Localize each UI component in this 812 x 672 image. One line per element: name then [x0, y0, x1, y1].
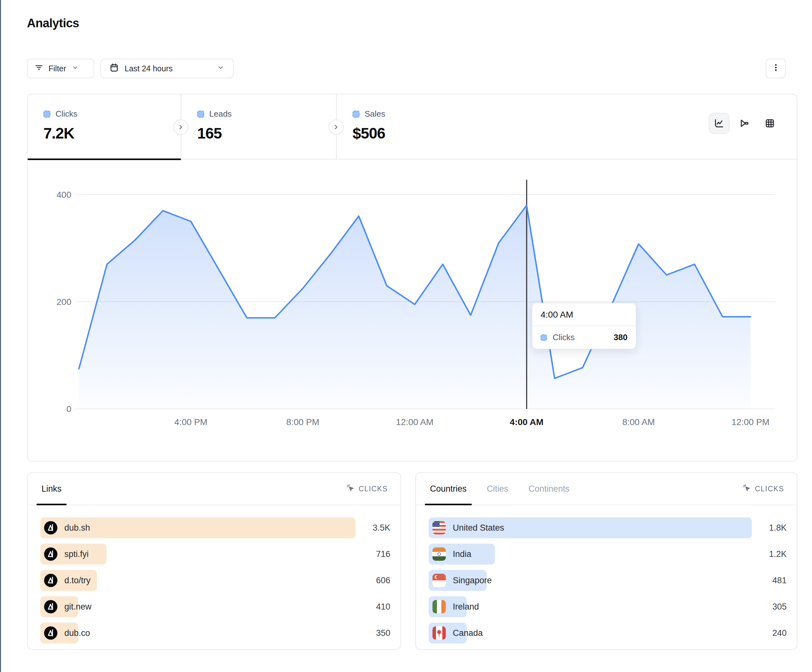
item-clicks-value: 410 [355, 602, 390, 612]
x-axis-tick: 4:00 AM [510, 417, 543, 427]
filter-button-label: Filter [48, 64, 66, 73]
country-row[interactable]: Canada 240 [429, 623, 786, 643]
chart-tooltip: 4:00 AM Clicks 380 [532, 303, 636, 349]
cursor-click-icon [742, 483, 751, 494]
cursor-click-icon [346, 483, 355, 494]
item-name: dub.sh [64, 523, 90, 533]
y-axis-tick: 0 [66, 404, 71, 414]
link-row[interactable]: spti.fyi 716 [40, 544, 390, 565]
page-title: Analytics [27, 17, 79, 30]
countries-panel: CountriesCitiesContinents CLICKS United … [415, 472, 797, 650]
flag-ie-icon [432, 600, 446, 613]
tab-leads[interactable]: Leads 165 [181, 94, 336, 159]
link-row[interactable]: dub.sh 3.5K [40, 517, 390, 538]
tab-sales[interactable]: Sales $506 [337, 94, 559, 159]
link-row[interactable]: git.new 410 [40, 596, 390, 617]
chevron-down-icon [217, 63, 225, 73]
item-clicks-value: 3.5K [355, 523, 390, 533]
funnel-chart-icon[interactable] [734, 113, 755, 134]
country-row[interactable]: United States 1.8K [429, 517, 786, 538]
window-edge-accent [0, 0, 1, 672]
stat-value: 7.2K [43, 125, 181, 142]
date-range-button[interactable]: Last 24 hours [101, 59, 234, 78]
chart-canvas: 02004004:00 PM8:00 PM12:00 AM4:00 AM8:00… [27, 159, 797, 461]
tab-cities[interactable]: Cities [486, 473, 510, 505]
table-grid-icon[interactable] [759, 113, 780, 134]
tooltip-legend-swatch-icon [541, 334, 547, 341]
tab-continents[interactable]: Continents [527, 473, 571, 505]
dub-logo-icon [44, 626, 57, 640]
clicks-time-series-chart[interactable]: 02004004:00 PM8:00 PM12:00 AM4:00 AM8:00… [27, 159, 797, 461]
item-clicks-value: 240 [752, 628, 786, 638]
country-row[interactable]: Singapore 481 [429, 570, 786, 591]
expand-leads-button[interactable] [329, 119, 344, 135]
item-clicks-value: 716 [355, 549, 390, 559]
dub-logo-icon [44, 547, 57, 561]
item-name: Singapore [453, 576, 492, 585]
item-clicks-value: 481 [752, 576, 786, 585]
date-range-label: Last 24 hours [125, 64, 173, 73]
tab-clicks[interactable]: Clicks 7.2K [27, 94, 181, 159]
y-axis-tick: 400 [56, 190, 71, 200]
stat-label: Leads [209, 109, 232, 119]
expand-clicks-button[interactable] [173, 119, 188, 135]
y-axis-tick: 200 [56, 297, 71, 307]
tooltip-value: 380 [614, 333, 628, 342]
dub-logo-icon [44, 521, 57, 534]
chart-type-toggle-group [709, 113, 780, 134]
chevron-down-icon [71, 64, 79, 73]
clicks-area-fill [79, 205, 751, 409]
stat-value: 165 [197, 125, 336, 142]
filter-button[interactable]: Filter [27, 59, 94, 78]
item-clicks-value: 1.2K [752, 549, 786, 559]
countries-metric-header[interactable]: CLICKS [742, 483, 784, 494]
flag-us-icon [432, 521, 446, 534]
x-axis-tick: 12:00 PM [732, 417, 769, 427]
stats-tabs-row: Clicks 7.2K Leads 165 Sales $506 [27, 94, 797, 159]
country-row[interactable]: India 1.2K [429, 544, 786, 565]
analytics-card: Clicks 7.2K Leads 165 Sales $506 [27, 94, 797, 462]
x-axis-tick: 12:00 AM [396, 417, 433, 427]
item-name: Canada [453, 628, 483, 638]
flag-in-icon [432, 547, 446, 561]
kebab-menu-icon [771, 63, 780, 74]
item-clicks-value: 350 [355, 628, 390, 638]
x-axis-tick: 8:00 PM [286, 417, 319, 427]
item-clicks-value: 305 [752, 602, 786, 612]
item-name: India [453, 549, 471, 559]
flag-ca-icon [432, 626, 446, 640]
link-row[interactable]: dub.co 350 [40, 623, 390, 643]
analytics-page: Analytics Filter Last 24 hours [0, 0, 812, 672]
country-row[interactable]: Ireland 305 [429, 596, 786, 617]
dub-logo-icon [44, 600, 57, 613]
tooltip-series-label: Clicks [553, 333, 575, 342]
item-clicks-value: 606 [355, 576, 390, 585]
clicks-legend-swatch-icon [43, 111, 50, 118]
line-chart-icon[interactable] [709, 113, 730, 134]
item-name: United States [453, 523, 504, 533]
links-panel: Links CLICKS dub.sh 3.5K spti.fyi 716 d.… [27, 472, 401, 650]
links-metric-header[interactable]: CLICKS [346, 483, 388, 494]
item-name: Ireland [453, 602, 479, 612]
stat-label: Sales [365, 109, 385, 119]
metric-label: CLICKS [358, 484, 388, 493]
leads-legend-swatch-icon [197, 111, 204, 118]
dub-logo-icon [44, 574, 57, 587]
item-name: dub.co [64, 628, 90, 638]
calendar-icon [109, 63, 119, 74]
sales-legend-swatch-icon [353, 111, 360, 118]
tooltip-time: 4:00 AM [532, 304, 636, 326]
item-clicks-value: 1.8K [752, 523, 786, 533]
item-name: d.to/try [64, 576, 91, 585]
filter-lines-icon [34, 63, 43, 74]
more-options-button[interactable] [766, 59, 786, 78]
link-row[interactable]: d.to/try 606 [40, 570, 390, 591]
stat-label: Clicks [55, 109, 77, 119]
x-axis-tick: 8:00 AM [623, 417, 655, 427]
stat-value: $506 [353, 125, 559, 142]
flag-sg-icon [432, 574, 446, 587]
item-name: spti.fyi [64, 549, 89, 559]
tab-countries[interactable]: Countries [429, 473, 468, 505]
tab-links[interactable]: Links [40, 473, 63, 505]
x-axis-tick: 4:00 PM [174, 417, 207, 427]
